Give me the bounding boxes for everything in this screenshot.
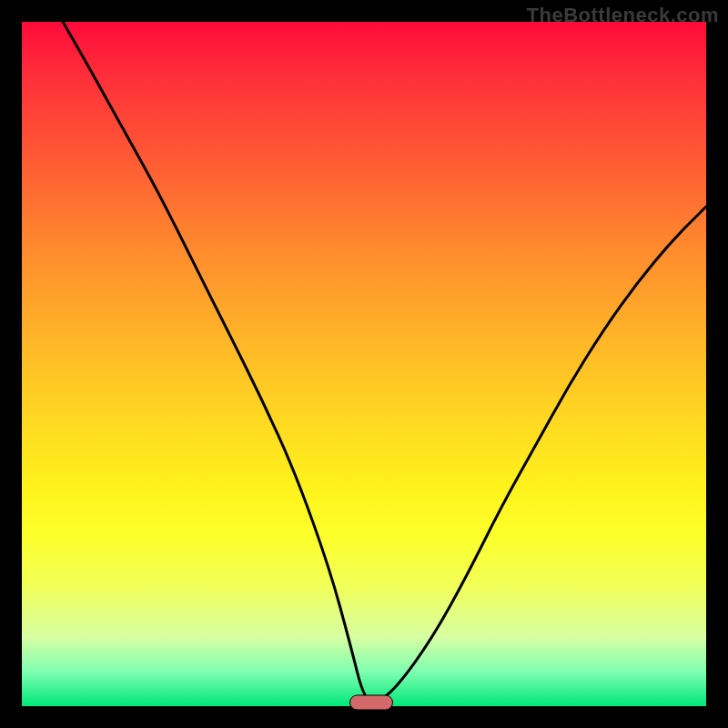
bottleneck-curve-path <box>63 22 706 702</box>
watermark-label: TheBottleneck.com <box>527 4 719 27</box>
bottleneck-curve <box>22 22 706 706</box>
sweet-spot-marker <box>349 695 393 711</box>
plot-area <box>22 22 706 706</box>
chart-frame: TheBottleneck.com <box>0 0 728 728</box>
